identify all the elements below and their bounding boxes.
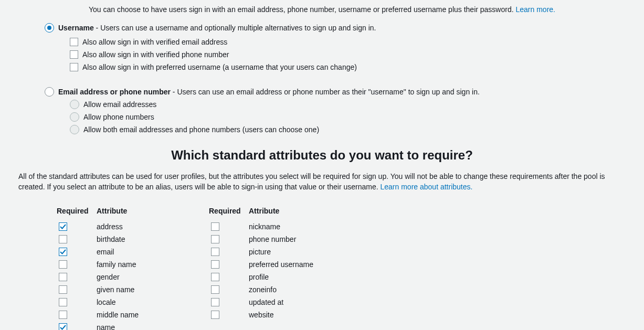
attribute-name: zoneinfo <box>249 285 277 294</box>
required-checkbox[interactable] <box>59 273 67 281</box>
sub-opt-label: Also allow sign in with preferred userna… <box>82 62 357 72</box>
attributes-para-text: All of the standard attributes can be us… <box>18 172 605 191</box>
sub-radio-label: Allow email addresses <box>83 100 156 109</box>
header-attribute: Attribute <box>97 207 127 215</box>
attribute-name: website <box>249 311 273 319</box>
attribute-name: birthdate <box>97 235 125 243</box>
radio-icon <box>70 100 79 109</box>
intro-body: You can choose to have users sign in wit… <box>89 5 516 14</box>
attribute-row: birthdate <box>57 233 209 246</box>
attributes-paragraph: All of the standard attributes can be us… <box>18 171 626 192</box>
required-checkbox[interactable] <box>211 235 219 243</box>
attribute-name: preferred username <box>249 260 313 269</box>
intro-text: You can choose to have users sign in wit… <box>0 0 644 23</box>
attribute-row: zoneinfo <box>209 283 361 296</box>
attribute-row: website <box>209 308 361 321</box>
sub-opt-label: Also allow sign in with verified email a… <box>82 37 227 47</box>
checkbox-icon <box>70 63 78 71</box>
attribute-row: nickname <box>209 220 361 233</box>
radio-icon <box>70 112 79 122</box>
attribute-name: middle name <box>97 311 139 319</box>
required-checkbox[interactable] <box>211 298 219 306</box>
required-checkbox[interactable] <box>211 248 219 256</box>
attribute-name: given name <box>97 285 134 294</box>
learn-more-link[interactable]: Learn more. <box>516 5 555 14</box>
attribute-name: phone number <box>249 235 296 243</box>
sub-radio-allow-phone[interactable]: Allow phone numbers <box>70 112 644 122</box>
radio-icon <box>45 87 54 97</box>
required-checkbox[interactable] <box>211 273 219 281</box>
required-checkbox[interactable] <box>211 222 219 231</box>
attribute-row: family name <box>57 258 209 271</box>
sub-radio-allow-email[interactable]: Allow email addresses <box>70 100 644 109</box>
sub-opt-label: Also allow sign in with verified phone n… <box>82 49 229 60</box>
required-checkbox[interactable] <box>59 323 67 330</box>
attribute-row: middle name <box>57 308 209 321</box>
header-attribute: Attribute <box>249 207 279 215</box>
attribute-row: updated at <box>209 296 361 308</box>
required-checkbox[interactable] <box>59 298 67 306</box>
required-checkbox[interactable] <box>59 285 67 294</box>
attribute-row: preferred username <box>209 258 361 271</box>
sub-opt-verified-phone[interactable]: Also allow sign in with verified phone n… <box>70 49 644 60</box>
header-required: Required <box>57 207 97 215</box>
checkbox-icon <box>70 50 78 59</box>
attribute-row: name <box>57 321 209 330</box>
sub-opt-verified-email[interactable]: Also allow sign in with verified email a… <box>70 37 644 47</box>
required-checkbox[interactable] <box>211 260 219 269</box>
attribute-name: profile <box>249 273 269 281</box>
required-checkbox[interactable] <box>211 285 219 294</box>
signin-option-username[interactable]: Username - Users can use a username and … <box>45 23 644 33</box>
attribute-name: email <box>97 248 114 256</box>
required-checkbox[interactable] <box>59 311 67 319</box>
attribute-name: locale <box>97 298 116 306</box>
username-desc: - Users can use a username and optionall… <box>94 24 376 32</box>
required-checkbox[interactable] <box>59 248 67 256</box>
attribute-row: address <box>57 220 209 233</box>
required-checkbox[interactable] <box>59 235 67 243</box>
attribute-name: gender <box>97 273 120 281</box>
sub-radio-label: Allow phone numbers <box>83 113 154 121</box>
attribute-row: gender <box>57 271 209 283</box>
attribute-name: family name <box>97 260 136 269</box>
attributes-column-2: Required Attribute nicknamephone numberp… <box>209 207 361 330</box>
sub-opt-preferred-username[interactable]: Also allow sign in with preferred userna… <box>70 62 644 72</box>
attribute-name: name <box>97 323 115 330</box>
header-required: Required <box>209 207 249 215</box>
learn-more-attributes-link[interactable]: Learn more about attributes. <box>381 183 473 191</box>
attribute-name: nickname <box>249 222 280 231</box>
signin-option-emailphone[interactable]: Email address or phone number - Users ca… <box>45 87 644 97</box>
radio-icon <box>70 125 79 134</box>
attribute-row: picture <box>209 246 361 258</box>
attribute-name: address <box>97 222 123 231</box>
emailphone-label: Email address or phone number <box>58 88 171 96</box>
checkbox-icon <box>70 38 78 46</box>
attribute-name: picture <box>249 248 271 256</box>
attribute-row: phone number <box>209 233 361 246</box>
sub-radio-label: Allow both email addresses and phone num… <box>83 125 319 134</box>
required-checkbox[interactable] <box>211 311 219 319</box>
attribute-row: locale <box>57 296 209 308</box>
emailphone-desc: - Users can use an email address or phon… <box>171 88 480 96</box>
attributes-column-1: Required Attribute addressbirthdateemail… <box>57 207 209 330</box>
attribute-row: given name <box>57 283 209 296</box>
sub-radio-allow-both[interactable]: Allow both email addresses and phone num… <box>70 125 644 134</box>
radio-icon <box>45 23 54 33</box>
required-checkbox[interactable] <box>59 222 67 231</box>
username-label: Username <box>58 24 94 32</box>
attribute-name: updated at <box>249 298 283 306</box>
attributes-title: Which standard attributes do you want to… <box>0 148 644 163</box>
attribute-row: email <box>57 246 209 258</box>
required-checkbox[interactable] <box>59 260 67 269</box>
attribute-row: profile <box>209 271 361 283</box>
